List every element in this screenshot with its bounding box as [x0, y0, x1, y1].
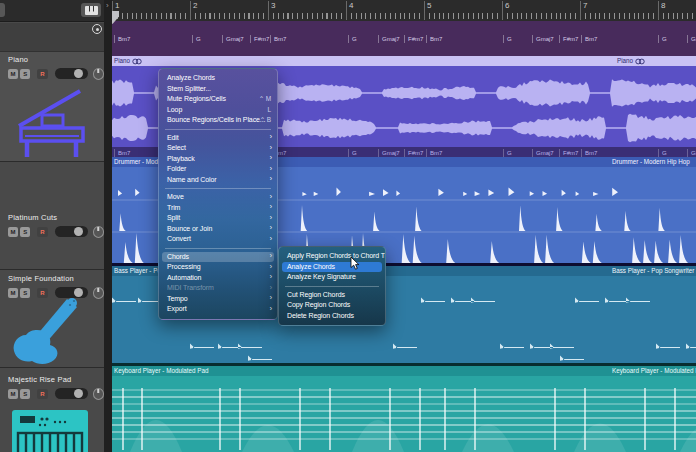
track-header-majestic-rise-pad[interactable]: Majestic Rise Pad M S R	[0, 367, 104, 452]
volume-slider[interactable]	[55, 388, 88, 399]
chord-label: Bm7	[270, 35, 286, 43]
chord-label: Bm7	[114, 149, 130, 157]
menu-item[interactable]: Split ›	[159, 213, 277, 224]
submenu-item-label: Analyze Chords	[287, 263, 335, 270]
mute-button[interactable]: M	[8, 227, 18, 237]
grand-piano-icon	[12, 84, 92, 161]
solo-button[interactable]: S	[20, 288, 30, 298]
slider-thumb[interactable]	[74, 227, 83, 236]
submenu-item-label: Apply Region Chords to Chord Track	[287, 252, 385, 259]
record-enable-button[interactable]: R	[37, 227, 47, 237]
chord-label: G	[658, 35, 667, 43]
menu-item-shortcut: ⌃ B	[260, 115, 271, 126]
menu-item[interactable]: Select ›	[159, 143, 277, 154]
menu-item[interactable]: Move ›	[159, 192, 277, 203]
region-name: Keyboard Player - Modulated Pad	[114, 366, 209, 376]
volume-slider[interactable]	[55, 68, 88, 79]
chord-label: Bm7	[581, 35, 597, 43]
pan-knob[interactable]	[93, 388, 104, 400]
chevron-right-icon: ›	[269, 154, 272, 164]
chevron-right-icon: ›	[269, 203, 272, 213]
track-header-platinum-cuts[interactable]: Platinum Cuts M S R	[0, 161, 104, 269]
mute-button[interactable]: M	[8, 389, 18, 399]
menu-item[interactable]: Convert ›	[159, 234, 277, 245]
chord-track-header[interactable]	[0, 23, 104, 52]
submenu-item[interactable]: Apply Region Chords to Chord Track	[279, 251, 385, 262]
slider-thumb[interactable]	[74, 69, 83, 78]
menu-item[interactable]: Mute Regions/Cells ⌃ M ›	[159, 94, 277, 105]
piano-keys-icon[interactable]	[81, 3, 101, 17]
volume-slider[interactable]	[55, 226, 88, 237]
measure-number: 8	[658, 1, 665, 20]
submenu-item[interactable]: Delete Region Chords	[279, 311, 385, 322]
menu-item[interactable]: Automation ›	[159, 273, 277, 284]
menu-item[interactable]: Playback ›	[159, 154, 277, 165]
region-name: Drummer - Modern Hip Hop	[612, 157, 690, 167]
stereo-icon	[132, 58, 142, 65]
submenu-item[interactable]: Copy Region Chords	[279, 300, 385, 311]
menu-item[interactable]: Edit ›	[159, 133, 277, 144]
stereo-icon	[635, 58, 645, 65]
chevron-right-icon: ›	[269, 213, 272, 223]
menu-item[interactable]: Bounce or Join ›	[159, 224, 277, 235]
measure-number: 7	[580, 1, 587, 20]
solo-button[interactable]: S	[20, 69, 30, 79]
chord-label: F#m7	[404, 149, 423, 157]
slider-thumb[interactable]	[74, 389, 83, 398]
submenu-item[interactable]: Cut Region Chords	[279, 290, 385, 301]
menu-item-label: Edit	[167, 134, 179, 141]
mute-button[interactable]: M	[8, 69, 18, 79]
slider-thumb[interactable]	[74, 288, 83, 297]
bass-guitar-icon	[6, 297, 86, 367]
pan-knob[interactable]	[93, 68, 104, 80]
menu-separator	[165, 248, 271, 249]
mute-button[interactable]: M	[8, 288, 18, 298]
disclosure-circle-icon[interactable]	[92, 24, 102, 34]
bar-ruler[interactable]: 12345678	[112, 0, 696, 21]
chevron-right-icon: ›	[269, 133, 272, 143]
measure-number: 6	[502, 1, 509, 20]
menu-item[interactable]: Chords ›	[162, 252, 274, 263]
menu-item-label: Trim	[167, 204, 180, 211]
menu-item[interactable]: Name and Color ›	[159, 175, 277, 186]
menu-item[interactable]: Loop L ›	[159, 105, 277, 116]
menu-item-label: Name and Color	[167, 176, 217, 183]
toolbar-button-partial[interactable]	[0, 3, 5, 17]
chevron-right-icon[interactable]: ›	[106, 1, 109, 10]
record-enable-button[interactable]: R	[37, 389, 47, 399]
keyboard-region[interactable]: Keyboard Player - Modulated Pad Keyboard…	[112, 366, 696, 452]
keyboard-region-titlebar: Keyboard Player - Modulated Pad Keyboard…	[112, 366, 696, 376]
menu-item[interactable]: Tempo ›	[159, 294, 277, 305]
submenu-item[interactable]: Analyze Key Signature	[279, 272, 385, 283]
menu-item[interactable]: Export ›	[159, 304, 277, 315]
record-enable-button[interactable]: R	[37, 69, 47, 79]
menu-item-label: Move	[167, 193, 184, 200]
solo-button[interactable]: S	[20, 389, 30, 399]
synth-keyboard-icon	[10, 408, 90, 452]
global-chord-track[interactable]: Bm7GGmaj7F#m7Bm7GGmaj7F#m7Bm7GGmaj7F#m7B…	[112, 21, 696, 56]
menu-item-label: Chords	[167, 253, 189, 260]
pan-knob[interactable]	[93, 287, 104, 299]
menu-item-label: Processing	[167, 263, 201, 270]
submenu-item[interactable]: Analyze Chords	[282, 262, 382, 273]
chords-submenu: Apply Region Chords to Chord Track Analy…	[278, 246, 386, 326]
chord-label: G	[658, 149, 667, 157]
track-header-simple-foundation[interactable]: Simple Foundation M S R	[0, 269, 104, 367]
track-header-piano[interactable]: Piano M S R	[0, 52, 104, 161]
menu-separator	[165, 129, 271, 130]
record-enable-button[interactable]: R	[37, 288, 47, 298]
panel-divider: ›	[104, 0, 112, 452]
menu-item[interactable]: Processing ›	[159, 262, 277, 273]
menu-item[interactable]: Analyze Chords ›	[159, 73, 277, 84]
menu-item[interactable]: Folder ›	[159, 164, 277, 175]
menu-separator	[165, 188, 271, 189]
chevron-right-icon: ›	[269, 234, 272, 244]
menu-item[interactable]: Bounce Regions/Cells in Place... ⌃ B ›	[159, 115, 277, 126]
submenu-item-label: Copy Region Chords	[287, 301, 350, 308]
pan-knob[interactable]	[93, 226, 104, 238]
menu-item[interactable]: Trim ›	[159, 203, 277, 214]
measure-number: 3	[268, 1, 275, 20]
menu-item[interactable]: Stem Splitter... ›	[159, 84, 277, 95]
menu-item[interactable]: MIDI Transform ›	[159, 283, 277, 294]
solo-button[interactable]: S	[20, 227, 30, 237]
